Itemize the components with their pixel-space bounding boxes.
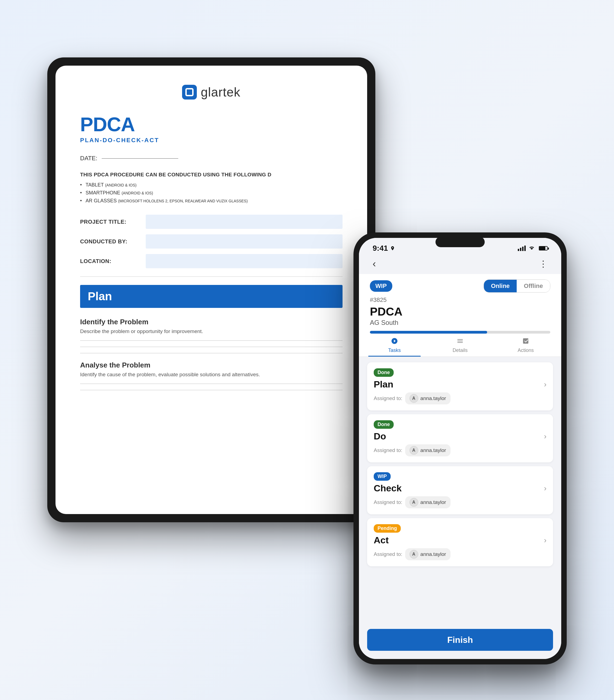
signal-bars-icon [518, 246, 526, 251]
wo-number: #3825 [370, 297, 550, 303]
assignee-name: anna.taylor [421, 447, 446, 453]
status-icons [518, 246, 548, 251]
task-card-act[interactable]: Pending Act › Assigned to: A anna.taylor [367, 518, 553, 566]
brand-name: glartek [201, 85, 240, 100]
tab-details[interactable]: Details [427, 334, 493, 357]
task-status-row: WIP [374, 472, 547, 481]
phone-body: WIP Online Offline #3825 PDCA AG South [359, 274, 561, 659]
wifi-icon [528, 246, 535, 251]
project-title-input[interactable] [146, 215, 342, 229]
actions-icon [522, 337, 529, 347]
chevron-right-icon: › [544, 536, 547, 545]
chevron-right-icon: › [544, 432, 547, 441]
conducted-by-label: CONDUCTED BY: [80, 238, 146, 245]
task-status-row: Done [374, 420, 547, 429]
tablet-device: glartek PDCA PLAN-DO-CHECK-ACT DATE: THI… [47, 58, 375, 522]
task-assigned-row: Assigned to: A anna.taylor [374, 496, 547, 508]
progress-bar-fill [370, 331, 487, 334]
location-row: LOCATION: [80, 254, 342, 268]
wip-badge: WIP [370, 280, 392, 292]
assignee-badge: A anna.taylor [405, 548, 451, 560]
status-badge-wip: WIP [374, 472, 391, 481]
task-assigned-row: Assigned to: A anna.taylor [374, 444, 547, 457]
progress-bar-background [370, 331, 550, 334]
task-title-plan: Plan [374, 379, 393, 390]
offline-option[interactable]: Offline [517, 280, 550, 292]
date-label: DATE: [80, 155, 97, 162]
tablet-screen: glartek PDCA PLAN-DO-CHECK-ACT DATE: THI… [55, 66, 367, 514]
writing-line [80, 353, 342, 353]
location-label: LOCATION: [80, 258, 146, 264]
task-list: Done Plan › Assigned to: A anna.taylor [359, 357, 561, 625]
date-row: DATE: [80, 155, 342, 162]
battery-fill [539, 247, 546, 250]
battery-icon [539, 246, 548, 250]
wo-top-row: WIP Online Offline [370, 279, 550, 292]
identify-title: Identify the Problem [80, 318, 342, 326]
device-sub: (ANDROID & IOS) [105, 183, 136, 187]
location-input[interactable] [146, 254, 342, 268]
task-title-act: Act [374, 535, 389, 546]
writing-line [80, 384, 342, 384]
section-divider [80, 276, 342, 277]
wo-location: AG South [370, 319, 550, 326]
device-name: AR GLASSES [86, 198, 117, 203]
online-offline-toggle[interactable]: Online Offline [484, 279, 550, 292]
tab-actions[interactable]: Actions [493, 334, 559, 357]
phone-device: 9:41 [353, 233, 567, 664]
analyse-desc: Identify the cause of the problem, evalu… [80, 372, 342, 378]
analyse-title: Analyse the Problem [80, 361, 342, 370]
glartek-logo: glartek [182, 85, 240, 100]
task-card-do[interactable]: Done Do › Assigned to: A anna.taylor [367, 414, 553, 462]
assignee-badge: A anna.taylor [405, 444, 451, 457]
assigned-label: Assigned to: [374, 447, 402, 453]
tab-tasks[interactable]: Tasks [362, 334, 427, 357]
plan-section-header: Plan [80, 285, 342, 308]
details-icon [456, 337, 464, 347]
list-item: SMARTPHONE (ANDROID & IOS) [80, 190, 342, 196]
identify-lines [80, 340, 342, 353]
conducted-by-row: CONDUCTED BY: [80, 234, 342, 249]
identify-desc: Describe the problem or opportunity for … [80, 328, 342, 334]
task-title-row: Check › [374, 483, 547, 493]
pdca-title: PDCA [80, 113, 342, 136]
task-status-row: Pending [374, 524, 547, 533]
pdca-subtitle: PLAN-DO-CHECK-ACT [80, 137, 342, 144]
online-option[interactable]: Online [484, 280, 517, 292]
chevron-right-icon: › [544, 484, 547, 493]
work-order-header: WIP Online Offline #3825 PDCA AG South [359, 274, 561, 334]
task-title-do: Do [374, 431, 386, 441]
device-sub: (ANDROID & IOS) [122, 191, 153, 195]
device-name: TABLET [86, 182, 104, 188]
avatar: A [410, 550, 418, 559]
task-card-check[interactable]: WIP Check › Assigned to: A anna.taylor [367, 466, 553, 514]
task-card-plan[interactable]: Done Plan › Assigned to: A anna.taylor [367, 362, 553, 410]
phone-nav-bar: ‹ ⋮ [359, 255, 561, 274]
more-button[interactable]: ⋮ [539, 259, 548, 269]
phone-screen: 9:41 [359, 238, 561, 659]
task-title-row: Do › [374, 431, 547, 441]
phone-tabs: Tasks Details Actions [359, 334, 561, 357]
assignee-name: anna.taylor [421, 551, 446, 557]
back-button[interactable]: ‹ [373, 258, 376, 270]
conducted-by-input[interactable] [146, 234, 342, 249]
device-list: TABLET (ANDROID & IOS) SMARTPHONE (ANDRO… [80, 182, 342, 204]
glartek-icon-inner [185, 88, 193, 96]
dynamic-island [436, 237, 485, 247]
chevron-right-icon: › [544, 380, 547, 389]
status-badge-done: Done [374, 420, 394, 429]
status-time: 9:41 [373, 244, 388, 253]
assigned-label: Assigned to: [374, 396, 402, 401]
wo-title: PDCA [370, 305, 550, 318]
assignee-name: anna.taylor [421, 396, 446, 401]
task-status-row: Done [374, 368, 547, 377]
finish-button[interactable]: Finish [367, 629, 553, 651]
task-title-row: Act › [374, 535, 547, 546]
task-title-check: Check [374, 483, 402, 493]
project-title-label: PROJECT TITLE: [80, 219, 146, 225]
tasks-icon [391, 337, 398, 347]
device-name: SMARTPHONE [86, 190, 120, 196]
logo-area: glartek [80, 85, 342, 100]
avatar: A [410, 498, 418, 507]
writing-line [80, 340, 342, 341]
